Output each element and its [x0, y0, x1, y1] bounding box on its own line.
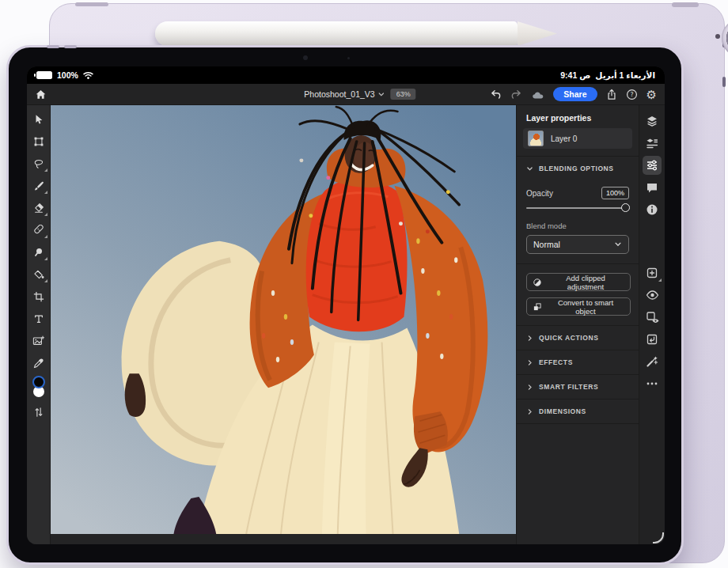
transform-tool[interactable]	[28, 131, 50, 153]
more-options-icon[interactable]	[643, 374, 662, 393]
zoom-level-badge[interactable]: 63%	[391, 89, 416, 100]
apple-pencil	[155, 21, 518, 46]
opacity-value[interactable]: 100%	[601, 187, 629, 199]
blend-mode-label: Blend mode	[526, 222, 629, 230]
lasso-tool[interactable]	[28, 153, 50, 175]
eyedropper-tool[interactable]	[28, 352, 50, 374]
move-tool[interactable]	[28, 108, 50, 131]
section-smart-filters[interactable]: SMART FILTERS	[517, 374, 639, 399]
layer-visibility-icon[interactable]	[643, 308, 662, 327]
panel-title: Layer properties	[517, 105, 639, 128]
home-icon[interactable]	[35, 89, 47, 100]
volume-button	[47, 45, 59, 48]
layer-properties-panel: Layer properties Layer 0 BLENDING OPTION…	[516, 105, 639, 544]
opacity-slider-knob[interactable]	[621, 203, 630, 212]
layer-properties-icon[interactable]	[643, 156, 662, 175]
panel-icon-strip	[639, 105, 665, 544]
svg-text:?: ?	[630, 91, 633, 98]
adjustment-icon	[533, 278, 542, 287]
rear-top-button	[75, 2, 108, 6]
fill-tool[interactable]	[28, 263, 50, 286]
chevron-down-icon	[378, 91, 385, 98]
side-button	[722, 77, 726, 87]
export-icon[interactable]	[606, 89, 617, 100]
share-button[interactable]: Share	[553, 87, 597, 101]
layer-name: Layer 0	[551, 134, 577, 143]
photoshop-app-screen: 100% 9:41 ص الأربعاء 1 أبريل	[27, 66, 665, 544]
chevron-right-icon	[526, 408, 533, 415]
layers-icon[interactable]	[643, 112, 662, 131]
convert-smart-object-button[interactable]: Convert to smart object	[526, 297, 631, 316]
compact-layers-icon[interactable]	[643, 134, 662, 153]
visibility-eye-icon[interactable]	[643, 286, 662, 305]
blend-mode-dropdown[interactable]: Normal	[526, 235, 629, 254]
place-photo-tool[interactable]	[28, 330, 50, 352]
opacity-label: Opacity	[526, 189, 553, 198]
front-camera	[303, 55, 308, 60]
eraser-tool[interactable]	[28, 197, 50, 219]
clean-tool-icon[interactable]	[643, 352, 662, 371]
battery-icon	[36, 71, 52, 79]
opacity-slider[interactable]	[526, 207, 628, 209]
send-to-icon[interactable]	[643, 330, 662, 349]
document-title[interactable]: Photoshoot_01_V3	[304, 89, 385, 99]
chevron-down-icon	[614, 240, 622, 248]
info-icon[interactable]	[643, 200, 662, 219]
chevron-right-icon	[526, 335, 533, 342]
status-bar: 100% 9:41 ص الأربعاء 1 أبريل	[27, 66, 665, 84]
add-layer-icon[interactable]	[643, 263, 662, 282]
help-icon[interactable]: ?	[626, 89, 638, 100]
canvas-area[interactable]	[51, 105, 516, 544]
status-date: الأربعاء 1 أبريل	[595, 70, 655, 80]
marketing-scene: 100% 9:41 ص الأربعاء 1 أبريل	[0, 0, 728, 568]
layer-action-buttons: Add clipped adjustment Convert to smart …	[517, 263, 639, 325]
settings-gear-icon[interactable]: ⚙	[646, 89, 657, 100]
rear-mic	[715, 34, 720, 39]
status-time: 9:41 ص	[560, 70, 590, 80]
smart-object-icon	[533, 302, 542, 312]
section-quick-actions[interactable]: QUICK ACTIONS	[517, 325, 639, 350]
layer-row[interactable]: Layer 0	[523, 128, 632, 149]
type-tool[interactable]	[28, 308, 50, 330]
comments-icon[interactable]	[643, 178, 662, 197]
divider	[517, 423, 639, 424]
cloud-sync-icon[interactable]	[531, 89, 544, 100]
crop-tool[interactable]	[28, 286, 50, 308]
color-swatch[interactable]	[28, 374, 50, 401]
app-topbar: Photoshoot_01_V3 63% Share	[27, 84, 665, 105]
swap-colors-button[interactable]	[28, 401, 50, 423]
tools-toolbar	[27, 105, 51, 544]
healing-brush-tool[interactable]	[28, 219, 50, 241]
redo-icon[interactable]	[510, 89, 522, 100]
add-clipped-adjustment-button[interactable]: Add clipped adjustment	[526, 273, 631, 291]
document-photo	[51, 105, 516, 534]
foreground-color-chip[interactable]	[32, 376, 45, 388]
chevron-right-icon	[526, 359, 533, 366]
layer-thumbnail[interactable]	[528, 131, 544, 146]
section-dimensions[interactable]: DIMENSIONS	[517, 399, 639, 423]
undo-icon[interactable]	[490, 89, 502, 100]
chevron-down-icon	[526, 165, 533, 172]
red-sweater	[306, 179, 408, 331]
chevron-right-icon	[526, 384, 533, 391]
section-blending-options[interactable]: BLENDING OPTIONS	[517, 156, 639, 180]
section-effects[interactable]: EFFECTS	[517, 350, 639, 374]
clone-stamp-tool[interactable]	[28, 241, 50, 263]
battery-percent: 100%	[57, 70, 78, 80]
volume-button	[64, 45, 77, 48]
workspace: Layer properties Layer 0 BLENDING OPTION…	[27, 105, 665, 544]
brush-tool[interactable]	[28, 175, 50, 197]
wifi-icon	[83, 71, 93, 80]
rear-camera	[722, 19, 728, 57]
rear-power-button	[672, 2, 699, 7]
front-sensor	[347, 57, 350, 59]
front-ipad: 100% 9:41 ص الأربعاء 1 أبريل	[6, 45, 684, 565]
blending-controls: Opacity 100% Blend mode Normal	[517, 180, 639, 263]
